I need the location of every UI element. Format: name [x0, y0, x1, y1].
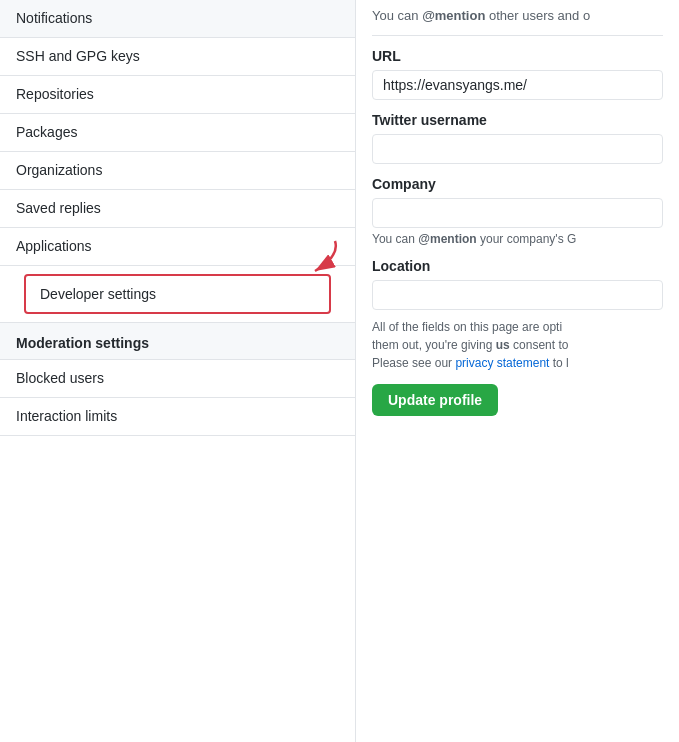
- twitter-input[interactable]: [372, 134, 663, 164]
- url-label: URL: [372, 48, 663, 64]
- moderation-section: Moderation settings Blocked users Intera…: [0, 322, 355, 436]
- mention-bold: @mention: [422, 8, 485, 23]
- company-mention-bold: @mention: [418, 232, 476, 246]
- footer-us-bold: us: [496, 338, 510, 352]
- sidebar-nav: Notifications SSH and GPG keys Repositor…: [0, 0, 355, 742]
- sidebar-item-label: Repositories: [16, 86, 94, 102]
- arrow-indicator: [285, 236, 345, 276]
- sidebar-item-repositories[interactable]: Repositories: [0, 76, 355, 114]
- mention-text-top: You can @mention other users and o: [372, 0, 663, 36]
- company-input[interactable]: [372, 198, 663, 228]
- location-label: Location: [372, 258, 663, 274]
- developer-settings-label: Developer settings: [40, 286, 156, 302]
- right-content: You can @mention other users and o URL T…: [372, 0, 663, 742]
- interaction-limits-label: Interaction limits: [16, 408, 117, 424]
- company-helper: You can @mention your company's G: [372, 232, 663, 246]
- location-input[interactable]: [372, 280, 663, 310]
- footer-line4: to l: [549, 356, 568, 370]
- privacy-statement-link[interactable]: privacy statement: [455, 356, 549, 370]
- footer-line3: Please see our: [372, 356, 455, 370]
- sidebar-item-packages[interactable]: Packages: [0, 114, 355, 152]
- sidebar-item-label: Saved replies: [16, 200, 101, 216]
- sidebar-item-blocked-users[interactable]: Blocked users: [0, 360, 355, 398]
- footer-line2: them out, you're giving us consent to: [372, 338, 568, 352]
- url-field-section: URL: [372, 48, 663, 100]
- sidebar: Notifications SSH and GPG keys Repositor…: [0, 0, 356, 742]
- mention-text-content: You can @mention other users and o: [372, 8, 590, 23]
- sidebar-item-label: Notifications: [16, 10, 92, 26]
- sidebar-item-label: SSH and GPG keys: [16, 48, 140, 64]
- twitter-label: Twitter username: [372, 112, 663, 128]
- sidebar-item-interaction-limits[interactable]: Interaction limits: [0, 398, 355, 436]
- footer-text: All of the fields on this page are opti …: [372, 318, 663, 372]
- developer-settings-item[interactable]: Developer settings: [24, 274, 331, 314]
- update-profile-button[interactable]: Update profile: [372, 384, 498, 416]
- twitter-field-section: Twitter username: [372, 112, 663, 164]
- sidebar-item-notifications[interactable]: Notifications: [0, 0, 355, 38]
- url-input[interactable]: [372, 70, 663, 100]
- right-panel: You can @mention other users and o URL T…: [356, 0, 679, 742]
- sidebar-item-label: Applications: [16, 238, 92, 254]
- sidebar-item-saved-replies[interactable]: Saved replies: [0, 190, 355, 228]
- company-label: Company: [372, 176, 663, 192]
- sidebar-item-label: Organizations: [16, 162, 102, 178]
- footer-line1: All of the fields on this page are opti: [372, 320, 562, 334]
- moderation-header: Moderation settings: [0, 322, 355, 360]
- sidebar-item-organizations[interactable]: Organizations: [0, 152, 355, 190]
- location-field-section: Location: [372, 258, 663, 310]
- sidebar-item-ssh-gpg-keys[interactable]: SSH and GPG keys: [0, 38, 355, 76]
- company-field-section: Company You can @mention your company's …: [372, 176, 663, 246]
- blocked-users-label: Blocked users: [16, 370, 104, 386]
- sidebar-item-label: Packages: [16, 124, 77, 140]
